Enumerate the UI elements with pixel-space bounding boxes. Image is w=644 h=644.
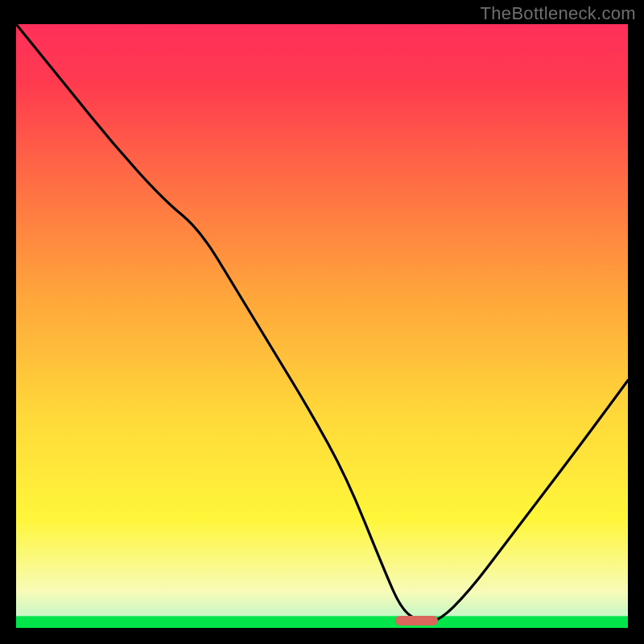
watermark-text: TheBottleneck.com	[481, 3, 636, 24]
plot-area	[16, 24, 628, 628]
optimal-range-marker	[395, 616, 438, 625]
bottleneck-curve	[16, 24, 628, 622]
chart-frame: TheBottleneck.com	[0, 0, 644, 644]
curve-svg	[16, 24, 628, 628]
